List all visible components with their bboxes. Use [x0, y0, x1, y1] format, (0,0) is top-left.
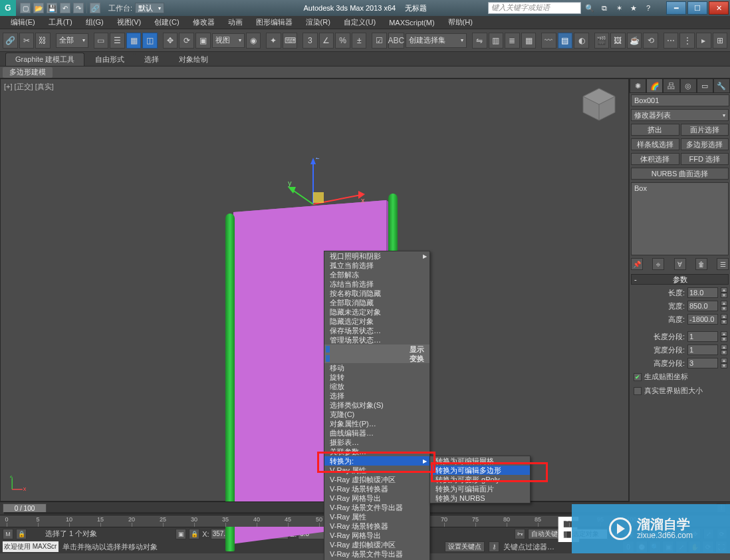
- welcome-field[interactable]: 欢迎使用 MAXScr: [3, 541, 59, 552]
- qat-new-icon[interactable]: ▢: [20, 3, 31, 13]
- input-width[interactable]: 850.0: [687, 301, 718, 311]
- layer-icon[interactable]: ≣: [505, 33, 520, 49]
- render-production-icon[interactable]: ☕: [627, 33, 642, 49]
- btn-vol-select[interactable]: 体积选择: [631, 153, 679, 165]
- named-selset-dropdown[interactable]: 创建选择集▾: [406, 33, 467, 48]
- unlink-icon[interactable]: ✂: [19, 33, 35, 49]
- input-hsegs[interactable]: 3: [687, 358, 718, 368]
- tab-utilities-icon[interactable]: 🔧: [713, 78, 730, 93]
- key-icon[interactable]: 🗝: [515, 529, 525, 539]
- close-button[interactable]: ✕: [709, 1, 729, 15]
- sub-convert-editpoly[interactable]: 转换为可编辑多边形: [430, 466, 530, 475]
- search-input[interactable]: 键入关键字或短语: [488, 2, 581, 14]
- ctx-freeze-selection[interactable]: 冻结当前选择: [324, 279, 429, 289]
- btn-extrude[interactable]: 挤出: [631, 124, 679, 136]
- lsegs-up[interactable]: ▲: [721, 331, 727, 337]
- qat-open-icon[interactable]: 📂: [33, 3, 44, 13]
- setkey-button[interactable]: 设置关键点: [445, 541, 485, 552]
- lsegs-down[interactable]: ▼: [721, 337, 727, 342]
- keymode-icon[interactable]: ⚷: [489, 541, 499, 552]
- ctx-vray-meshexp-2[interactable]: V-Ray 网格导出: [324, 531, 429, 540]
- ctx-select-similar[interactable]: 选择类似对象(S): [324, 400, 429, 410]
- graphite-icon[interactable]: ▦: [521, 33, 537, 49]
- workspace-dropdown[interactable]: 默认▾: [135, 3, 164, 13]
- selection-lock-icon[interactable]: 🔒: [189, 529, 199, 539]
- btn-face-select[interactable]: 面片选择: [681, 124, 729, 136]
- stack-pin-icon[interactable]: 📌: [631, 258, 643, 270]
- toolbar-more-a-icon[interactable]: ⋯: [664, 33, 679, 49]
- input-wsegs[interactable]: 1: [687, 345, 718, 355]
- rotate-icon[interactable]: ⟳: [179, 33, 194, 49]
- percent-snap-icon[interactable]: %: [335, 33, 350, 49]
- tab-display-icon[interactable]: ▭: [697, 78, 713, 93]
- tab-hierarchy-icon[interactable]: 品: [663, 78, 679, 93]
- angle-snap-icon[interactable]: ∠: [319, 33, 334, 49]
- stack-showend-icon[interactable]: ⎆: [652, 258, 664, 270]
- render-setup-icon[interactable]: 🎬: [594, 33, 610, 49]
- minimize-button[interactable]: ━: [666, 1, 686, 15]
- maxscript-mini-icon[interactable]: M: [3, 529, 13, 539]
- maximize-button[interactable]: ☐: [687, 1, 707, 15]
- modifier-list-dropdown[interactable]: 修改器列表▾: [631, 109, 729, 121]
- app-logo[interactable]: G: [0, 0, 16, 16]
- keyfilter-link[interactable]: 关键点过滤器…: [503, 542, 554, 552]
- select-name-icon[interactable]: ☰: [110, 33, 125, 49]
- menu-animation[interactable]: 动画: [221, 16, 249, 29]
- menu-modifiers[interactable]: 修改器: [186, 16, 221, 29]
- selection-set-icon[interactable]: ABC: [388, 33, 404, 49]
- ctx-vray-sceneexp-2[interactable]: V-Ray 场景文件导出器: [324, 549, 429, 559]
- filter-dropdown[interactable]: 全部▾: [56, 33, 88, 48]
- hsegs-up[interactable]: ▲: [721, 358, 727, 363]
- favorite-icon[interactable]: ★: [628, 2, 640, 14]
- render-iterative-icon[interactable]: ⟲: [643, 33, 658, 49]
- viewport-label[interactable]: [+] [正交] [真实]: [4, 82, 54, 92]
- input-length[interactable]: 18.0: [687, 287, 718, 298]
- menu-create[interactable]: 创建(C): [148, 16, 185, 29]
- ctx-vray-sceneconv-2[interactable]: V-Ray 场景转换器: [324, 521, 429, 531]
- wsegs-up[interactable]: ▲: [721, 345, 727, 350]
- help-icon[interactable]: ?: [642, 2, 654, 14]
- ctx-hide-selection[interactable]: 隐藏选定对象: [324, 317, 429, 326]
- qat-link-icon[interactable]: 🔗: [90, 3, 100, 13]
- exchange-icon[interactable]: ✶: [613, 2, 625, 14]
- hsegs-down[interactable]: ▼: [721, 363, 727, 368]
- menu-customize[interactable]: 自定义(U): [337, 16, 382, 29]
- isolate-icon[interactable]: ▣: [176, 529, 186, 539]
- ctx-unhide-all[interactable]: 全部取消隐藏: [324, 298, 429, 307]
- menu-rendering[interactable]: 渲染(R): [299, 16, 337, 29]
- ctx-viewport-lighting[interactable]: 视口照明和阴影: [324, 251, 429, 261]
- btn-ffd-select[interactable]: FFD 选择: [681, 153, 729, 165]
- ctx-vray-sceneconv-1[interactable]: V-Ray 场景转换器: [324, 484, 429, 493]
- ctx-save-scenestate[interactable]: 保存场景状态…: [324, 326, 429, 335]
- menu-views[interactable]: 视图(V): [110, 16, 148, 29]
- mirror-icon[interactable]: ⇋: [472, 33, 487, 49]
- toolbar-more-b-icon[interactable]: ⋮: [679, 33, 695, 49]
- menu-edit[interactable]: 编辑(E): [4, 16, 42, 29]
- stack-remove-icon[interactable]: 🗑: [695, 258, 707, 270]
- btn-nurbs-select[interactable]: NURBS 曲面选择: [631, 168, 729, 180]
- sub-convert-nurbs[interactable]: 转换为 NURBS: [430, 493, 530, 503]
- ctx-vray-vfb-2[interactable]: V-Ray 虚拟帧缓冲区: [324, 540, 429, 549]
- qat-save-icon[interactable]: 💾: [47, 3, 57, 13]
- infocenter-search-icon[interactable]: 🔍: [584, 2, 596, 14]
- rendered-frame-icon[interactable]: 🖼: [610, 33, 626, 49]
- ctx-hide-unselected[interactable]: 隐藏未选定对象: [324, 307, 429, 317]
- modifier-stack[interactable]: Box: [631, 182, 729, 255]
- ribbon-tab-selection[interactable]: 选择: [135, 53, 168, 66]
- btn-spline-select[interactable]: 样条线选择: [631, 138, 679, 150]
- ctx-unhide-byname[interactable]: 按名称取消隐藏: [324, 289, 429, 298]
- align-icon[interactable]: ▥: [489, 33, 504, 49]
- curve-editor-icon[interactable]: 〰: [541, 33, 556, 49]
- rect-select-icon[interactable]: ▦: [126, 33, 142, 49]
- menu-grapheditors[interactable]: 图形编辑器: [249, 16, 299, 29]
- bind-icon[interactable]: ⛓: [35, 33, 51, 49]
- input-height[interactable]: -1800.0: [687, 314, 718, 325]
- snaps-3d-icon[interactable]: 3: [303, 33, 318, 49]
- ctx-select[interactable]: 选择: [324, 391, 429, 400]
- object-name-input[interactable]: [631, 94, 729, 106]
- rollout-params-header[interactable]: -参数: [631, 274, 729, 285]
- chk-genmap[interactable]: ✔: [634, 373, 642, 381]
- qat-undo-icon[interactable]: ↶: [60, 3, 70, 13]
- time-slider-thumb[interactable]: 0 / 100: [3, 503, 47, 513]
- ctx-vray-meshexp-1[interactable]: V-Ray 网格导出: [324, 493, 429, 503]
